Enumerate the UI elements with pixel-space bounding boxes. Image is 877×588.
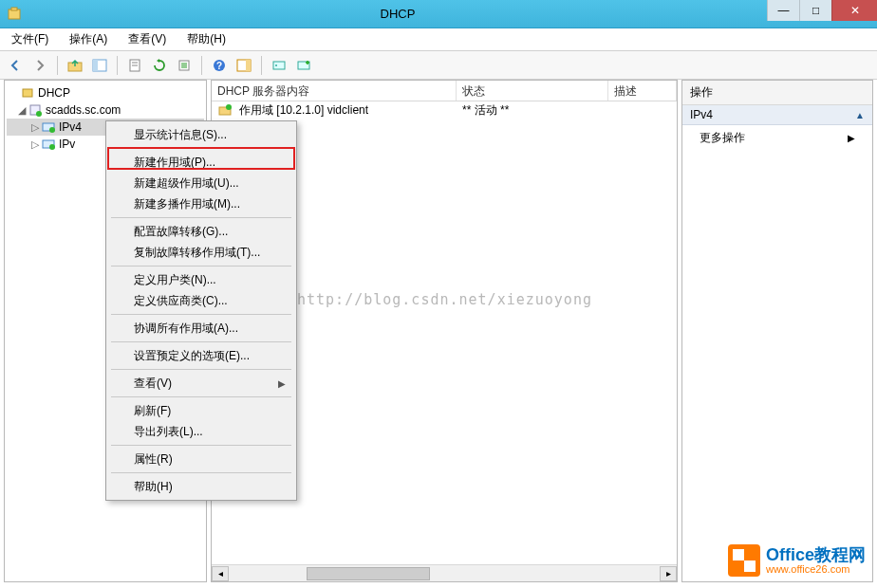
tree-label: DHCP: [38, 86, 70, 100]
menu-separator: [111, 266, 291, 266]
ctx-view[interactable]: 查看(V)▶: [109, 373, 293, 394]
menu-separator: [111, 314, 291, 315]
up-folder-icon[interactable]: [65, 56, 84, 75]
horizontal-scrollbar[interactable]: ◂ ▸: [212, 564, 677, 581]
title-bar: DHCP — □ ✕: [0, 0, 877, 28]
action-more[interactable]: 更多操作 ▶: [682, 125, 872, 151]
svg-text:?: ?: [216, 61, 222, 71]
svg-point-20: [49, 127, 55, 133]
show-hide-tree-icon[interactable]: [90, 56, 109, 75]
tree-server[interactable]: ◢ scadds.sc.com: [7, 101, 204, 119]
ipv6-icon: [41, 137, 56, 152]
dhcp-server-icon[interactable]: [270, 56, 289, 75]
ctx-replicate-failover[interactable]: 复制故障转移作用域(T)...: [109, 242, 293, 263]
collapse-caret-icon: ▲: [855, 110, 865, 120]
action-label: 更多操作: [700, 130, 745, 146]
help-icon[interactable]: ?: [210, 56, 229, 75]
action-pane-title: 操作: [682, 81, 872, 105]
menu-separator: [111, 396, 291, 397]
ctx-refresh[interactable]: 刷新(F): [109, 400, 293, 421]
dhcp-root-icon: [20, 85, 35, 101]
maximize-button[interactable]: □: [799, 0, 831, 21]
action-pane: 操作 IPv4 ▲ 更多操作 ▶: [681, 80, 873, 582]
menu-separator: [111, 369, 291, 370]
menu-view[interactable]: 查看(V): [124, 29, 170, 49]
action-pane-icon[interactable]: [234, 56, 253, 75]
column-header-desc[interactable]: 描述: [608, 81, 677, 101]
expand-caret-icon[interactable]: ◢: [16, 104, 28, 117]
menu-separator: [111, 341, 291, 342]
cell-name: 作用域 [10.2.1.0] vidclient: [239, 102, 368, 119]
window-buttons: — □ ✕: [767, 0, 877, 28]
ipv4-icon: [41, 119, 56, 135]
menu-bar: 文件(F) 操作(A) 查看(V) 帮助(H): [0, 28, 877, 51]
ctx-new-scope[interactable]: 新建作用域(P)...: [109, 152, 293, 173]
svg-point-24: [226, 104, 232, 110]
properties-icon[interactable]: [125, 56, 144, 75]
submenu-arrow-icon: ▶: [848, 133, 855, 143]
menu-file[interactable]: 文件(F): [8, 29, 52, 49]
watermark-text: http://blog.csdn.net/xiezuoyong: [297, 291, 592, 308]
scroll-left-button[interactable]: ◂: [212, 566, 229, 581]
svg-rect-1: [11, 8, 17, 10]
menu-action[interactable]: 操作(A): [65, 29, 111, 49]
svg-point-14: [275, 64, 277, 66]
tree-label: scadds.sc.com: [46, 103, 121, 117]
ctx-show-stats[interactable]: 显示统计信息(S)...: [109, 124, 293, 145]
window-title: DHCP: [28, 7, 767, 21]
svg-point-22: [49, 144, 55, 150]
menu-separator: [111, 217, 291, 218]
scroll-right-button[interactable]: ▸: [660, 566, 677, 581]
column-header-status[interactable]: 状态: [457, 81, 608, 101]
menu-separator: [111, 472, 291, 473]
action-group-ipv4[interactable]: IPv4 ▲: [682, 105, 872, 125]
ctx-help[interactable]: 帮助(H): [109, 476, 293, 497]
column-header-content[interactable]: DHCP 服务器内容: [212, 81, 457, 101]
menu-separator: [111, 148, 291, 149]
close-button[interactable]: ✕: [831, 0, 877, 21]
context-menu: 显示统计信息(S)... 新建作用域(P)... 新建超级作用域(U)... 新…: [105, 120, 297, 501]
dhcp-server-add-icon[interactable]: [294, 56, 313, 75]
ctx-configure-failover[interactable]: 配置故障转移(G)...: [109, 221, 293, 242]
tree-label: IPv: [59, 138, 75, 151]
tree-root-dhcp[interactable]: DHCP: [7, 84, 204, 101]
expand-caret-icon[interactable]: ▷: [29, 121, 41, 134]
server-icon: [28, 102, 43, 118]
ctx-define-user-classes[interactable]: 定义用户类(N)...: [109, 269, 293, 290]
tree-label: IPv4: [59, 120, 82, 134]
export-list-icon[interactable]: [175, 56, 194, 75]
expand-caret-icon[interactable]: ▷: [29, 138, 41, 151]
ctx-reconcile-scopes[interactable]: 协调所有作用域(A)...: [109, 318, 293, 339]
ctx-export-list[interactable]: 导出列表(L)...: [109, 421, 293, 442]
menu-help[interactable]: 帮助(H): [183, 29, 230, 49]
scroll-thumb[interactable]: [307, 567, 430, 580]
submenu-arrow-icon: ▶: [278, 378, 286, 389]
scope-icon: [217, 102, 233, 118]
svg-point-18: [36, 111, 42, 117]
ctx-new-multicast[interactable]: 新建多播作用域(M)...: [109, 193, 293, 214]
minimize-button[interactable]: —: [767, 0, 799, 21]
refresh-icon[interactable]: [150, 56, 169, 75]
ctx-set-predefined-options[interactable]: 设置预定义的选项(E)...: [109, 345, 293, 366]
svg-rect-16: [23, 89, 32, 97]
nav-forward-button[interactable]: [30, 56, 49, 75]
svg-rect-13: [273, 62, 285, 69]
toolbar: ?: [0, 51, 877, 80]
svg-rect-4: [93, 60, 98, 71]
ctx-define-vendor-classes[interactable]: 定义供应商类(C)...: [109, 290, 293, 311]
ctx-properties[interactable]: 属性(R): [109, 449, 293, 469]
app-icon: [0, 7, 28, 22]
nav-back-button[interactable]: [6, 56, 25, 75]
ctx-new-superscope[interactable]: 新建超级作用域(U)...: [109, 173, 293, 193]
menu-separator: [111, 445, 291, 446]
list-header: DHCP 服务器内容 状态 描述: [212, 81, 677, 101]
cell-status: ** 活动 **: [457, 102, 608, 119]
list-row[interactable]: 作用域 [10.2.1.0] vidclient ** 活动 **: [212, 101, 677, 119]
svg-rect-12: [246, 60, 251, 71]
action-group-label: IPv4: [690, 108, 713, 121]
